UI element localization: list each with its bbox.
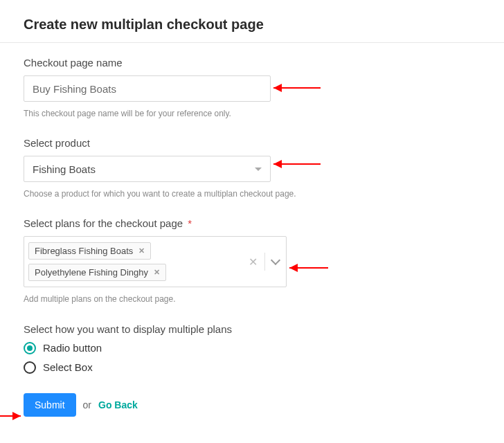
annotation-arrow xyxy=(273,163,321,165)
radio-label: Radio button xyxy=(43,342,102,354)
annotation-arrow xyxy=(273,87,321,89)
field-select-product: Select product Fishing Boats Choose a pr… xyxy=(24,137,480,201)
plans-multiselect[interactable]: Fibreglass Fishing Boats ✕ Polyethylene … xyxy=(24,236,287,287)
radio-icon xyxy=(24,361,36,374)
chip-label: Fibreglass Fishing Boats xyxy=(35,246,133,256)
radio-option[interactable]: Radio button xyxy=(24,342,480,354)
help-select-plans: Add multiple plans on the checkout page. xyxy=(24,293,300,306)
field-select-plans: Select plans for the checkout page * Fib… xyxy=(24,217,480,306)
close-icon[interactable]: ✕ xyxy=(154,268,160,277)
product-select[interactable]: Fishing Boats xyxy=(24,156,271,182)
plans-chips: Fibreglass Fishing Boats ✕ Polyethylene … xyxy=(24,237,244,287)
form-actions: Submit or Go Back xyxy=(24,393,480,417)
radio-icon xyxy=(24,342,36,354)
divider xyxy=(0,42,504,43)
help-checkout-name: This checkout page name will be for your… xyxy=(24,107,300,120)
chip-plan: Polyethylene Fishing Dinghy ✕ xyxy=(28,264,166,281)
radio-option[interactable]: Select Box xyxy=(24,361,480,374)
or-text: or xyxy=(83,399,91,410)
radio-label: Select Box xyxy=(43,361,93,373)
chevron-down-icon xyxy=(255,168,262,171)
separator xyxy=(264,253,265,271)
field-display-style: Select how you want to display multiple … xyxy=(24,323,480,374)
page-title: Create new multiplan checkout page xyxy=(24,17,480,33)
label-checkout-name: Checkout page name xyxy=(24,57,480,69)
label-select-plans: Select plans for the checkout page * xyxy=(24,217,480,229)
checkout-name-input[interactable] xyxy=(24,75,271,102)
go-back-link[interactable]: Go Back xyxy=(98,399,138,410)
clear-all-icon[interactable]: ✕ xyxy=(249,255,258,269)
label-select-product: Select product xyxy=(24,137,480,149)
required-mark: * xyxy=(188,217,192,229)
annotation-arrow xyxy=(0,415,21,417)
label-display-style: Select how you want to display multiple … xyxy=(24,323,480,335)
field-checkout-name: Checkout page name This checkout page na… xyxy=(24,57,480,120)
product-select-value: Fishing Boats xyxy=(33,163,255,175)
close-icon[interactable]: ✕ xyxy=(138,246,145,255)
label-select-plans-text: Select plans for the checkout page xyxy=(24,217,183,229)
annotation-arrow xyxy=(289,267,328,269)
help-select-product: Choose a product for which you want to c… xyxy=(24,188,300,201)
submit-button[interactable]: Submit xyxy=(24,393,76,417)
chip-plan: Fibreglass Fishing Boats ✕ xyxy=(28,242,151,260)
chevron-down-icon[interactable] xyxy=(271,255,280,265)
multiselect-controls: ✕ xyxy=(244,237,286,287)
chip-label: Polyethylene Fishing Dinghy xyxy=(35,267,148,278)
